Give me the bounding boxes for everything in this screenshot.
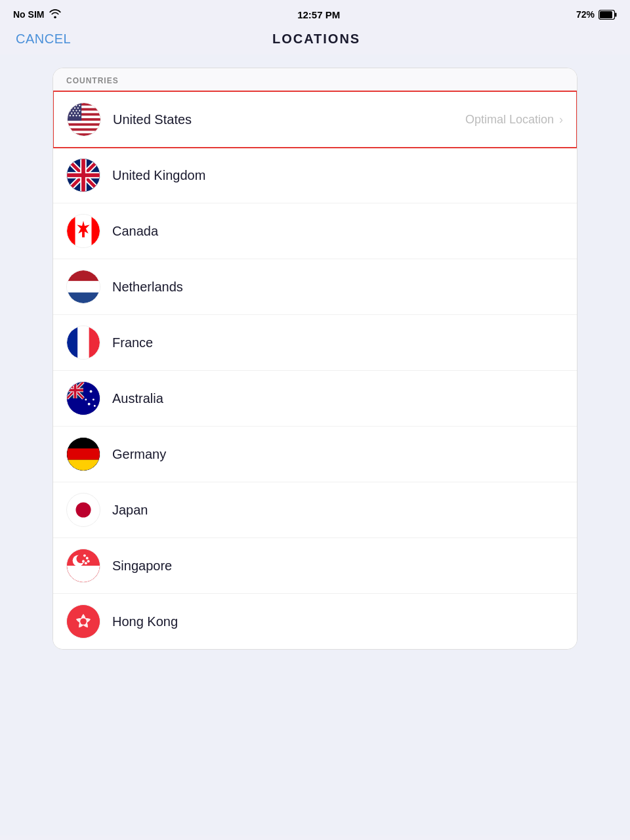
section-header: COUNTRIES [53, 68, 577, 91]
country-row-jp[interactable]: Japan [53, 482, 577, 538]
svg-point-67 [90, 390, 93, 393]
country-info-nl: Netherlands [112, 280, 564, 295]
svg-rect-7 [68, 121, 100, 123]
status-left: No SIM [13, 9, 61, 20]
svg-rect-44 [92, 215, 100, 247]
flag-hk [66, 604, 100, 639]
svg-point-80 [75, 502, 91, 517]
country-row-ca[interactable]: Canada [53, 203, 577, 259]
flag-nl [66, 270, 100, 304]
country-name-ca: Canada [112, 224, 158, 238]
svg-point-15 [71, 108, 72, 109]
svg-point-14 [79, 105, 80, 106]
svg-point-68 [93, 398, 94, 400]
main-content: COUNTRIES [0, 54, 630, 835]
svg-point-86 [83, 555, 86, 557]
svg-point-89 [85, 562, 87, 564]
svg-point-18 [70, 110, 71, 111]
svg-point-87 [86, 557, 89, 560]
svg-point-20 [75, 110, 77, 111]
flag-de [66, 437, 100, 471]
svg-point-23 [74, 112, 75, 114]
svg-rect-49 [67, 281, 100, 292]
country-info-us: United States [113, 112, 465, 127]
svg-point-71 [85, 398, 87, 400]
country-row-us[interactable]: United States Optimal Location › [52, 91, 578, 148]
svg-rect-55 [89, 326, 100, 359]
svg-rect-66 [67, 389, 83, 392]
svg-rect-76 [67, 460, 100, 471]
svg-rect-9 [68, 131, 100, 133]
country-row-de[interactable]: Germany [53, 427, 577, 482]
country-row-au[interactable]: Australia [53, 371, 577, 427]
svg-point-21 [79, 110, 80, 111]
flag-ca [66, 214, 100, 248]
svg-rect-74 [67, 438, 100, 448]
flag-gb [66, 158, 100, 192]
country-info-jp: Japan [112, 503, 564, 518]
countries-card: COUNTRIES [52, 68, 578, 650]
svg-rect-53 [67, 326, 77, 359]
country-name-jp: Japan [112, 503, 148, 517]
flag-fr [66, 326, 100, 360]
status-bar: No SIM 12:57 PM 72% [0, 0, 630, 26]
svg-point-88 [87, 560, 90, 562]
svg-rect-39 [67, 173, 100, 177]
country-info-sg: Singapore [112, 558, 564, 574]
svg-point-11 [70, 105, 71, 106]
chevron-right-icon: › [559, 113, 563, 127]
battery-label: 72% [576, 9, 595, 20]
svg-point-70 [94, 405, 96, 407]
country-name-gb: United Kingdom [112, 168, 205, 182]
country-name-de: Germany [112, 447, 166, 461]
country-row-fr[interactable]: France [53, 315, 577, 371]
svg-rect-75 [67, 448, 100, 459]
flag-us [67, 102, 101, 136]
svg-rect-2 [615, 12, 617, 16]
page-title: LOCATIONS [272, 32, 360, 47]
country-name-nl: Netherlands [112, 280, 183, 294]
country-info-de: Germany [112, 447, 564, 462]
svg-rect-50 [67, 293, 100, 303]
svg-point-12 [73, 105, 74, 106]
svg-point-26 [73, 115, 74, 116]
status-right: 72% [576, 9, 617, 20]
country-info-ca: Canada [112, 224, 564, 239]
country-info-au: Australia [112, 391, 564, 406]
svg-point-27 [75, 115, 77, 116]
optimal-location-label: Optimal Location [465, 113, 554, 127]
svg-rect-48 [67, 270, 100, 281]
svg-point-19 [73, 110, 74, 111]
country-row-gb[interactable]: United Kingdom [53, 148, 577, 203]
svg-rect-1 [600, 11, 612, 18]
svg-rect-45 [82, 231, 85, 238]
carrier-label: No SIM [13, 9, 44, 20]
svg-point-90 [82, 560, 85, 562]
cancel-button[interactable]: CANCEL [16, 32, 71, 47]
country-info-gb: United Kingdom [112, 168, 564, 183]
country-row-sg[interactable]: Singapore [53, 538, 577, 594]
flag-au [66, 381, 100, 415]
battery-icon [598, 10, 617, 20]
svg-point-16 [74, 108, 75, 109]
country-info-fr: France [112, 335, 564, 350]
country-row-hk[interactable]: Hong Kong [53, 594, 577, 649]
country-name-hk: Hong Kong [112, 614, 178, 629]
country-name-sg: Singapore [112, 558, 172, 573]
country-name-au: Australia [112, 391, 163, 406]
svg-point-22 [71, 112, 72, 114]
flag-sg [66, 549, 100, 583]
svg-rect-54 [77, 326, 89, 359]
svg-point-28 [79, 115, 80, 116]
svg-rect-83 [67, 566, 100, 582]
nav-bar: CANCEL LOCATIONS [0, 26, 630, 54]
svg-point-17 [77, 108, 79, 109]
country-name-us: United States [113, 112, 192, 127]
country-name-fr: France [112, 335, 153, 350]
svg-point-13 [75, 105, 77, 106]
wifi-icon [49, 9, 61, 20]
svg-rect-8 [68, 126, 100, 129]
country-row-nl[interactable]: Netherlands [53, 259, 577, 315]
country-info-hk: Hong Kong [112, 614, 564, 629]
svg-point-93 [80, 618, 87, 625]
